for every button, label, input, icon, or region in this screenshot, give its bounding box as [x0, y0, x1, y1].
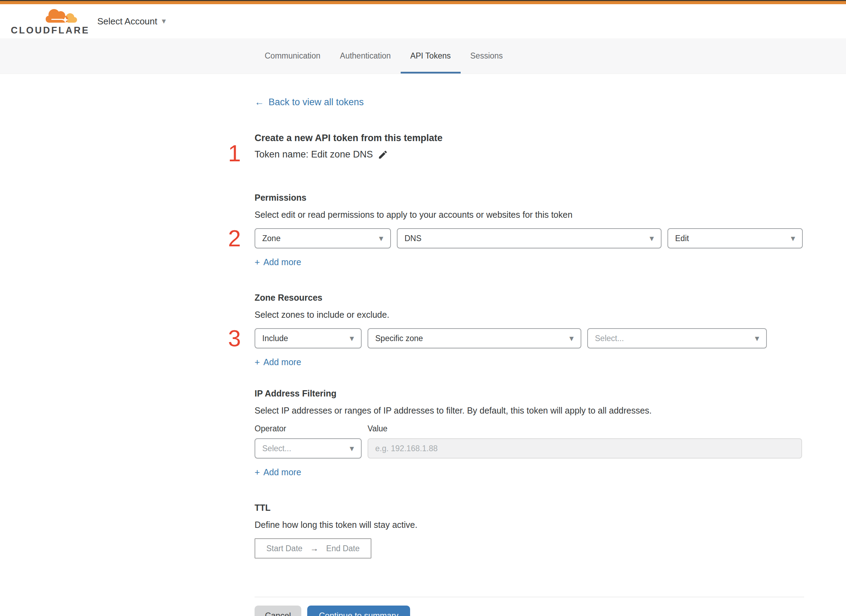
permissions-description: Select edit or read permissions to apply…	[255, 210, 804, 220]
start-date-placeholder: Start Date	[266, 544, 303, 553]
ip-filtering-add-more-button[interactable]: + Add more	[255, 467, 301, 478]
ttl-heading: TTL	[255, 503, 804, 513]
chevron-down-icon: ▼	[569, 335, 574, 342]
zone-select-placeholder: Select...	[595, 334, 624, 343]
permission-service-value: DNS	[405, 234, 422, 243]
tab-api-tokens[interactable]: API Tokens	[401, 38, 461, 73]
ip-value-input[interactable]	[368, 438, 802, 459]
zone-resources-add-more-button[interactable]: + Add more	[255, 357, 301, 368]
back-to-tokens-link[interactable]: ← Back to view all tokens	[255, 97, 364, 108]
page-content: ← Back to view all tokens 1 Create a new…	[0, 74, 846, 616]
value-label: Value	[368, 424, 387, 433]
permission-scope-dropdown[interactable]: Zone ▼	[255, 228, 391, 248]
zone-select-dropdown[interactable]: Select... ▼	[587, 328, 767, 348]
profile-tab-bar: Communication Authentication API Tokens …	[0, 38, 846, 74]
zone-resources-description: Select zones to include or exclude.	[255, 310, 804, 320]
edit-pencil-icon[interactable]	[378, 150, 388, 160]
zone-resources-heading: Zone Resources	[255, 293, 804, 303]
permissions-heading: Permissions	[255, 193, 804, 203]
step-number-1: 1	[228, 142, 247, 165]
app-header: CLOUDFLARE Select Account ▼	[0, 4, 846, 38]
page-title: Create a new API token from this templat…	[255, 133, 804, 144]
chevron-down-icon: ▼	[350, 335, 354, 342]
ttl-section: TTL Define how long this token will stay…	[255, 503, 804, 559]
token-name-text: Token name: Edit zone DNS	[255, 149, 373, 160]
operator-label: Operator	[255, 424, 368, 433]
cloudflare-logo-text: CLOUDFLARE	[11, 25, 90, 36]
tab-sessions[interactable]: Sessions	[461, 38, 513, 73]
permission-access-value: Edit	[675, 234, 689, 243]
cloudflare-logo[interactable]: CLOUDFLARE	[11, 6, 78, 37]
ip-operator-placeholder: Select...	[262, 444, 291, 453]
ip-operator-dropdown[interactable]: Select... ▼	[255, 438, 362, 459]
permission-service-dropdown[interactable]: DNS ▼	[397, 228, 662, 248]
zone-scope-value: Specific zone	[375, 334, 423, 343]
ttl-date-range-input[interactable]: Start Date → End Date	[255, 538, 371, 559]
ip-filtering-section: IP Address Filtering Select IP addresses…	[255, 389, 804, 478]
cancel-button[interactable]: Cancel	[255, 606, 301, 616]
chevron-down-icon: ▼	[650, 235, 654, 242]
chevron-down-icon: ▼	[350, 445, 354, 452]
add-more-label: Add more	[263, 357, 301, 367]
end-date-placeholder: End Date	[326, 544, 359, 553]
add-more-label: Add more	[263, 257, 301, 267]
zone-resources-section: 3 Zone Resources Select zones to include…	[255, 293, 804, 368]
continue-to-summary-button[interactable]: Continue to summary	[307, 606, 410, 616]
zone-mode-value: Include	[262, 334, 288, 343]
step-number-2: 2	[228, 227, 247, 250]
chevron-down-icon: ▼	[162, 18, 166, 24]
zone-scope-dropdown[interactable]: Specific zone ▼	[368, 328, 581, 348]
permission-access-dropdown[interactable]: Edit ▼	[668, 228, 803, 248]
token-name-section: 1 Create a new API token from this templ…	[255, 133, 804, 160]
add-more-label: Add more	[263, 467, 301, 477]
plus-icon: +	[255, 357, 260, 368]
back-link-label: Back to view all tokens	[269, 97, 364, 108]
plus-icon: +	[255, 467, 260, 478]
cloudflare-cloud-icon	[41, 8, 78, 26]
permissions-section: 2 Permissions Select edit or read permis…	[255, 193, 804, 268]
footer-actions: Cancel Continue to summary	[255, 606, 804, 616]
zone-mode-dropdown[interactable]: Include ▼	[255, 328, 362, 348]
chevron-down-icon: ▼	[755, 335, 759, 342]
permissions-add-more-button[interactable]: + Add more	[255, 257, 301, 268]
account-selector-label: Select Account	[97, 16, 157, 27]
account-selector-dropdown[interactable]: Select Account ▼	[97, 16, 166, 27]
permission-scope-value: Zone	[262, 234, 280, 243]
tab-communication[interactable]: Communication	[255, 38, 330, 73]
ttl-description: Define how long this token will stay act…	[255, 520, 804, 530]
chevron-down-icon: ▼	[791, 235, 795, 242]
right-arrow-icon: →	[310, 544, 318, 553]
tab-authentication[interactable]: Authentication	[330, 38, 401, 73]
plus-icon: +	[255, 257, 260, 268]
back-arrow-icon: ←	[255, 97, 264, 108]
ip-filtering-heading: IP Address Filtering	[255, 389, 804, 399]
chevron-down-icon: ▼	[379, 235, 383, 242]
ip-filtering-description: Select IP addresses or ranges of IP addr…	[255, 406, 804, 416]
footer-divider	[255, 597, 804, 597]
brand-accent-bar	[0, 1, 846, 4]
step-number-3: 3	[228, 327, 247, 350]
